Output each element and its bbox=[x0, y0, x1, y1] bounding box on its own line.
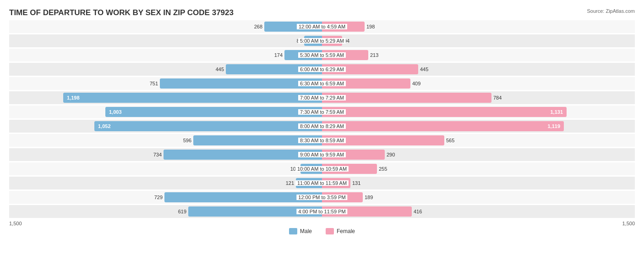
legend-male-box bbox=[289, 228, 297, 234]
female-bar-container: 290 bbox=[322, 148, 635, 161]
time-label: 12:00 PM to 3:59 PM bbox=[296, 195, 347, 200]
female-value: 416 bbox=[414, 209, 422, 214]
time-label: 9:00 AM to 9:59 AM bbox=[298, 152, 346, 157]
female-bar-container: 94 bbox=[322, 34, 635, 47]
axis-bottom: 1,500 1,500 bbox=[9, 221, 635, 226]
axis-left-label: 1,500 bbox=[9, 221, 22, 226]
male-bar-container: 82 bbox=[9, 34, 322, 47]
male-bar-container: 1,052 bbox=[9, 120, 322, 133]
time-label: 5:00 AM to 5:29 AM bbox=[298, 38, 346, 44]
male-bar: 1,198 bbox=[63, 93, 322, 103]
female-bar-container: 1,131 bbox=[322, 106, 635, 118]
male-bar-container: 445 bbox=[9, 63, 322, 76]
time-label: 12:00 AM to 4:59 AM bbox=[297, 24, 347, 29]
male-bar-container: 100 bbox=[9, 162, 322, 175]
source-text: Source: ZipAtlas.com bbox=[587, 8, 635, 14]
time-label: 6:00 AM to 6:29 AM bbox=[298, 67, 346, 72]
female-bar-container: 213 bbox=[322, 49, 635, 61]
male-value: 619 bbox=[178, 209, 186, 214]
table-row: 1,0528:00 AM to 8:29 AM1,119 bbox=[9, 120, 635, 133]
female-value: 255 bbox=[379, 166, 387, 172]
table-row: 1,0037:30 AM to 7:59 AM1,131 bbox=[9, 106, 635, 118]
female-value: 198 bbox=[366, 24, 375, 29]
male-value: 174 bbox=[274, 52, 283, 58]
male-bar-container: 729 bbox=[9, 191, 322, 204]
table-row: 12111:00 AM to 11:59 AM131 bbox=[9, 177, 635, 189]
time-label: 7:30 AM to 7:59 AM bbox=[298, 109, 346, 115]
female-bar-container: 416 bbox=[322, 205, 635, 218]
male-bar-container: 734 bbox=[9, 148, 322, 161]
female-bar-container: 255 bbox=[322, 162, 635, 175]
legend: Male Female bbox=[9, 228, 635, 234]
chart-title: TIME OF DEPARTURE TO WORK BY SEX IN ZIP … bbox=[9, 8, 635, 17]
female-bar-container: 784 bbox=[322, 91, 635, 104]
time-label: 8:30 AM to 8:59 AM bbox=[298, 138, 346, 143]
time-label: 4:00 PM to 11:59 PM bbox=[296, 209, 347, 214]
axis-right-label: 1,500 bbox=[622, 221, 635, 226]
male-bar-container: 1,003 bbox=[9, 106, 322, 118]
male-bar-container: 596 bbox=[9, 134, 322, 147]
legend-male-label: Male bbox=[300, 228, 312, 234]
male-bar-container: 174 bbox=[9, 49, 322, 61]
female-value: 1,119 bbox=[546, 123, 562, 129]
time-label: 7:00 AM to 7:29 AM bbox=[298, 95, 346, 100]
female-value: 189 bbox=[365, 195, 373, 200]
legend-female-box bbox=[326, 228, 334, 234]
female-bar-container: 189 bbox=[322, 191, 635, 204]
male-value: 1,052 bbox=[96, 123, 113, 129]
male-value: 1,198 bbox=[65, 95, 82, 100]
time-label: 11:00 AM to 11:59 AM bbox=[295, 180, 349, 186]
male-bar-container: 751 bbox=[9, 77, 322, 90]
male-value: 445 bbox=[216, 67, 224, 72]
time-label: 6:30 AM to 6:59 AM bbox=[298, 81, 346, 86]
female-value: 565 bbox=[446, 138, 454, 143]
female-value: 213 bbox=[370, 52, 378, 58]
female-bar bbox=[322, 93, 491, 103]
table-row: 5968:30 AM to 8:59 AM565 bbox=[9, 134, 635, 147]
female-bar-container: 198 bbox=[322, 20, 635, 33]
male-value: 121 bbox=[286, 180, 294, 186]
female-bar: 1,119 bbox=[322, 121, 564, 131]
male-bar-container: 121 bbox=[9, 177, 322, 189]
table-row: 6194:00 PM to 11:59 PM416 bbox=[9, 205, 635, 218]
female-value: 290 bbox=[387, 152, 395, 157]
male-bar-container: 619 bbox=[9, 205, 322, 218]
male-bar-container: 268 bbox=[9, 20, 322, 33]
male-bar: 1,003 bbox=[105, 107, 322, 117]
table-row: 825:00 AM to 5:29 AM94 bbox=[9, 34, 635, 47]
female-bar-container: 131 bbox=[322, 177, 635, 189]
male-value: 268 bbox=[254, 24, 262, 29]
chart-area: 26812:00 AM to 4:59 AM198825:00 AM to 5:… bbox=[9, 20, 635, 218]
chart-container: TIME OF DEPARTURE TO WORK BY SEX IN ZIP … bbox=[0, 0, 644, 273]
male-bar-container: 1,198 bbox=[9, 91, 322, 104]
legend-male: Male bbox=[289, 228, 312, 234]
female-bar-container: 409 bbox=[322, 77, 635, 90]
legend-female-label: Female bbox=[337, 228, 355, 234]
female-value: 409 bbox=[412, 81, 420, 86]
table-row: 26812:00 AM to 4:59 AM198 bbox=[9, 20, 635, 33]
male-value: 596 bbox=[183, 138, 191, 143]
female-bar: 1,131 bbox=[322, 107, 567, 117]
female-bar-container: 565 bbox=[322, 134, 635, 147]
female-bar-container: 445 bbox=[322, 63, 635, 76]
male-value: 1,003 bbox=[107, 109, 124, 115]
female-value: 1,131 bbox=[548, 109, 565, 115]
time-label: 5:30 AM to 5:59 AM bbox=[298, 52, 346, 58]
table-row: 7349:00 AM to 9:59 AM290 bbox=[9, 148, 635, 161]
time-label: 10:00 AM to 10:59 AM bbox=[295, 166, 349, 172]
legend-female: Female bbox=[326, 228, 355, 234]
female-bar-container: 1,119 bbox=[322, 120, 635, 133]
female-value: 445 bbox=[420, 67, 428, 72]
female-value: 131 bbox=[352, 180, 360, 186]
table-row: 10010:00 AM to 10:59 AM255 bbox=[9, 162, 635, 175]
table-row: 72912:00 PM to 3:59 PM189 bbox=[9, 191, 635, 204]
female-value: 784 bbox=[493, 95, 502, 100]
male-value: 729 bbox=[154, 195, 163, 200]
time-label: 8:00 AM to 8:29 AM bbox=[298, 123, 346, 129]
male-value: 751 bbox=[150, 81, 158, 86]
table-row: 4456:00 AM to 6:29 AM445 bbox=[9, 63, 635, 76]
table-row: 7516:30 AM to 6:59 AM409 bbox=[9, 77, 635, 90]
male-bar: 1,052 bbox=[94, 121, 322, 131]
male-bar bbox=[160, 78, 322, 89]
table-row: 1745:30 AM to 5:59 AM213 bbox=[9, 49, 635, 61]
